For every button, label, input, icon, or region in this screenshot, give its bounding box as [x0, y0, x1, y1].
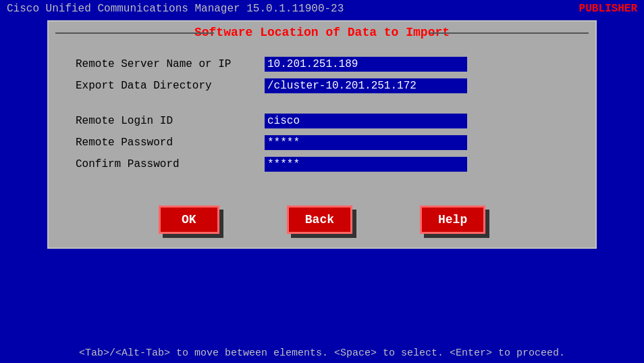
- app-title: Cisco Unified Communications Manager 15.…: [7, 3, 344, 15]
- label-login-id: Remote Login ID: [76, 115, 265, 127]
- dialog-title-bar: Software Location of Data to Import: [49, 22, 595, 43]
- form-row-export-dir: Export Data Directory: [76, 78, 568, 93]
- form-row-login-id: Remote Login ID: [76, 114, 568, 128]
- input-remote-password[interactable]: [265, 135, 467, 150]
- dialog-title: Software Location of Data to Import: [188, 26, 456, 39]
- input-remote-server[interactable]: [265, 57, 467, 72]
- label-remote-server: Remote Server Name or IP: [76, 58, 265, 70]
- form-row-remote-server: Remote Server Name or IP: [76, 57, 568, 72]
- form-row-remote-password: Remote Password: [76, 135, 568, 150]
- form-spacer: [76, 100, 568, 114]
- publisher-badge: PUBLISHER: [579, 3, 637, 15]
- input-login-id[interactable]: [265, 114, 467, 128]
- input-confirm-password[interactable]: [265, 157, 467, 172]
- btn-wrapper-back-button: Back: [287, 205, 352, 234]
- label-remote-password: Remote Password: [76, 137, 265, 149]
- dialog-container: Software Location of Data to Import Remo…: [47, 20, 597, 249]
- label-export-dir: Export Data Directory: [76, 80, 265, 92]
- status-bar: <Tab>/<Alt-Tab> to move between elements…: [0, 343, 644, 363]
- main-wrapper: Cisco Unified Communications Manager 15.…: [0, 0, 644, 363]
- back-button[interactable]: Back: [287, 205, 352, 234]
- buttons-area: OKBackHelp: [49, 205, 595, 234]
- form-area: Remote Server Name or IPExport Data Dire…: [49, 43, 595, 192]
- label-confirm-password: Confirm Password: [76, 158, 265, 170]
- btn-wrapper-ok-button: OK: [159, 205, 219, 234]
- ok-button[interactable]: OK: [159, 205, 219, 234]
- btn-wrapper-help-button: Help: [420, 205, 485, 234]
- form-row-confirm-password: Confirm Password: [76, 157, 568, 172]
- input-export-dir[interactable]: [265, 78, 467, 93]
- title-bar: Cisco Unified Communications Manager 15.…: [0, 0, 644, 18]
- help-button[interactable]: Help: [420, 205, 485, 234]
